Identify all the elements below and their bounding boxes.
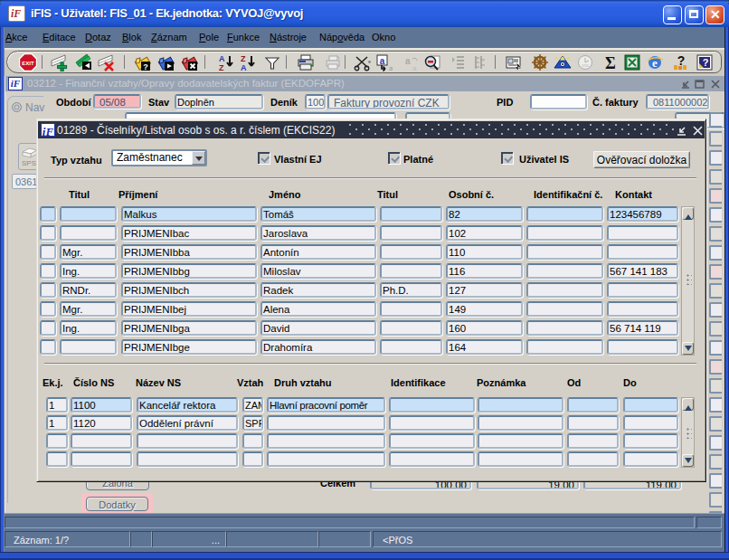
svg-text:?: ?: [143, 62, 148, 71]
svg-text:?: ?: [703, 57, 709, 68]
svg-text:a: a: [380, 56, 385, 66]
svg-text:Z: Z: [241, 54, 246, 63]
svg-text:Σ: Σ: [605, 54, 616, 72]
svg-text:A: A: [241, 63, 247, 71]
svg-text:1215: 1215: [582, 64, 589, 68]
svg-text:a: a: [405, 56, 411, 66]
svg-text:a: a: [412, 64, 417, 71]
svg-text:Z: Z: [219, 63, 224, 71]
svg-text:A: A: [219, 54, 225, 63]
svg-text:EXIT: EXIT: [22, 61, 34, 66]
svg-text:a: a: [389, 64, 393, 71]
